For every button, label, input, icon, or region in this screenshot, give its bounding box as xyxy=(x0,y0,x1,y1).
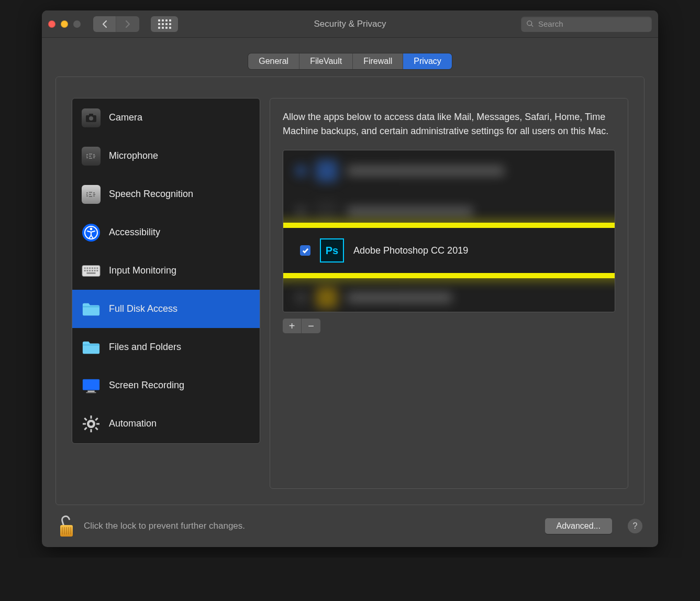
svg-rect-28 xyxy=(91,429,92,432)
add-app-button[interactable]: + xyxy=(283,319,302,333)
back-button[interactable] xyxy=(93,16,116,32)
sidebar-item-microphone[interactable]: Microphone xyxy=(72,137,260,175)
help-button[interactable]: ? xyxy=(628,519,642,533)
svg-rect-11 xyxy=(92,267,93,269)
photoshop-icon: Ps xyxy=(320,238,344,263)
sidebar-item-label: Full Disk Access xyxy=(109,303,177,314)
tab-firewall[interactable]: Firewall xyxy=(353,53,403,69)
tab-general[interactable]: General xyxy=(248,53,299,69)
svg-rect-31 xyxy=(84,417,87,420)
svg-rect-29 xyxy=(83,423,86,424)
sidebar-item-label: Microphone xyxy=(109,150,158,161)
svg-rect-25 xyxy=(86,392,96,393)
svg-rect-21 xyxy=(83,306,99,307)
app-row-redacted xyxy=(283,277,615,312)
sidebar-item-automation[interactable]: Automation xyxy=(72,405,260,443)
unlocked-lock-icon xyxy=(58,515,75,538)
app-row-photoshop[interactable]: Ps Adobe Photoshop CC 2019 xyxy=(283,228,615,273)
sidebar-item-label: Accessibility xyxy=(109,227,160,238)
gear-icon xyxy=(82,414,101,433)
svg-rect-12 xyxy=(94,267,96,269)
search-icon xyxy=(526,20,534,28)
sidebar-item-label: Automation xyxy=(109,418,157,429)
tab-label: Firewall xyxy=(363,57,392,66)
accessibility-icon xyxy=(82,223,101,242)
svg-rect-18 xyxy=(94,270,96,271)
grid-icon xyxy=(158,19,171,29)
preferences-window: Security & Privacy General FileVault Fir… xyxy=(42,10,658,547)
main-panel: Camera Microphone Speech Recognition Acc… xyxy=(55,77,645,505)
folder-icon xyxy=(82,300,101,319)
tabs-row: General FileVault Firewall Privacy xyxy=(42,38,658,69)
close-button[interactable] xyxy=(48,20,55,28)
description-text: Allow the apps below to access data like… xyxy=(283,110,615,138)
camera-icon xyxy=(82,108,101,127)
svg-rect-15 xyxy=(86,270,88,271)
plus-icon: + xyxy=(289,320,295,332)
svg-rect-33 xyxy=(84,427,87,430)
list-edit-buttons: + − xyxy=(283,319,615,333)
help-icon: ? xyxy=(633,521,638,530)
svg-rect-27 xyxy=(91,416,92,419)
svg-rect-13 xyxy=(96,267,98,269)
svg-rect-8 xyxy=(84,267,86,269)
svg-point-35 xyxy=(90,422,93,425)
sidebar-item-screen-recording[interactable]: Screen Recording xyxy=(72,366,260,405)
svg-rect-24 xyxy=(87,390,94,392)
app-list[interactable]: Ps Adobe Photoshop CC 2019 xyxy=(283,150,615,312)
svg-rect-17 xyxy=(92,270,93,271)
sidebar-item-camera[interactable]: Camera xyxy=(72,99,260,137)
detail-pane: Allow the apps below to access data like… xyxy=(270,98,628,489)
sidebar-item-label: Screen Recording xyxy=(109,380,184,391)
sidebar-item-input-monitoring[interactable]: Input Monitoring xyxy=(72,252,260,290)
display-icon xyxy=(82,376,101,395)
svg-rect-32 xyxy=(95,427,98,430)
sidebar-item-accessibility[interactable]: Accessibility xyxy=(72,213,260,252)
svg-rect-20 xyxy=(86,272,95,274)
tab-label: General xyxy=(259,57,288,66)
sidebar-item-label: Speech Recognition xyxy=(109,189,193,200)
microphone-icon xyxy=(82,147,101,166)
traffic-lights xyxy=(48,20,81,28)
app-name-label: Adobe Photoshop CC 2019 xyxy=(353,245,468,256)
minus-icon: − xyxy=(308,320,314,332)
svg-rect-34 xyxy=(95,417,98,420)
chevron-right-icon xyxy=(125,20,131,28)
tab-filevault[interactable]: FileVault xyxy=(299,53,353,69)
privacy-category-list[interactable]: Camera Microphone Speech Recognition Acc… xyxy=(72,98,260,444)
sidebar-item-files-folders[interactable]: Files and Folders xyxy=(72,328,260,366)
app-row-redacted xyxy=(283,191,615,232)
sidebar-item-label: Camera xyxy=(109,112,142,123)
forward-button[interactable] xyxy=(116,16,139,32)
tab-privacy[interactable]: Privacy xyxy=(403,53,451,69)
svg-point-2 xyxy=(89,116,93,121)
chevron-left-icon xyxy=(102,20,108,28)
app-checkbox[interactable] xyxy=(300,245,310,256)
minimize-button[interactable] xyxy=(61,20,68,28)
lock-hint-text: Click the lock to prevent further change… xyxy=(84,521,245,531)
show-all-button[interactable] xyxy=(151,16,178,32)
svg-rect-22 xyxy=(83,344,99,345)
zoom-button[interactable] xyxy=(73,20,81,28)
advanced-button[interactable]: Advanced... xyxy=(545,518,613,534)
svg-rect-9 xyxy=(86,267,88,269)
lock-button[interactable] xyxy=(58,515,75,538)
app-row-redacted xyxy=(283,150,615,191)
svg-rect-19 xyxy=(96,270,98,271)
svg-rect-23 xyxy=(83,379,99,390)
svg-point-6 xyxy=(90,227,93,230)
sidebar-item-full-disk-access[interactable]: Full Disk Access xyxy=(72,290,260,328)
svg-rect-1 xyxy=(89,114,93,116)
search-input[interactable] xyxy=(538,19,647,28)
checkmark-icon xyxy=(302,247,309,254)
tab-label: Privacy xyxy=(414,57,441,66)
svg-rect-14 xyxy=(84,270,86,271)
sidebar-item-speech[interactable]: Speech Recognition xyxy=(72,175,260,213)
footer: Click the lock to prevent further change… xyxy=(42,505,658,547)
search-field-container xyxy=(521,16,652,32)
svg-rect-10 xyxy=(89,267,91,269)
remove-app-button[interactable]: − xyxy=(302,319,320,333)
keyboard-icon xyxy=(82,261,101,280)
svg-rect-30 xyxy=(96,423,99,424)
sidebar-item-label: Files and Folders xyxy=(109,342,181,353)
